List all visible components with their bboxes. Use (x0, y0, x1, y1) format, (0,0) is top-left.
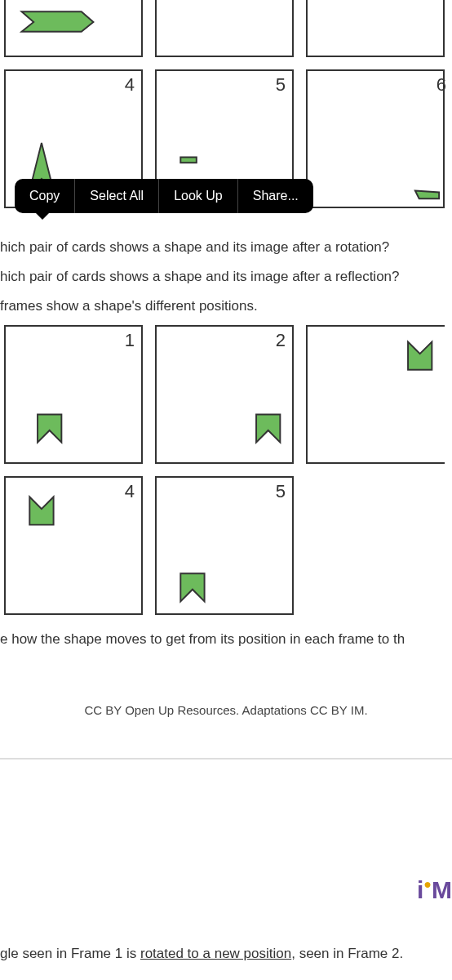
footer-suffix: , seen in Frame 2. (291, 946, 403, 961)
question-rotation: hich pair of cards shows a shape and its… (0, 233, 452, 262)
select-all-menu-item[interactable]: Select All (75, 179, 159, 213)
copy-menu-item[interactable]: Copy (15, 179, 75, 213)
frame-row-2: 4 5 (0, 476, 452, 615)
frame-card-5: 5 (155, 476, 294, 615)
card-number: 1 (125, 330, 135, 351)
context-menu: Copy Select All Look Up Share... (15, 179, 313, 213)
frame-card-1: 1 (4, 325, 143, 464)
card-number: 5 (276, 481, 286, 502)
question-reflection: hich pair of cards shows a shape and its… (0, 262, 452, 292)
footer-prefix: gle seen in Frame 1 is (0, 946, 140, 961)
logo-m: M (432, 876, 452, 903)
frame-card-2: 2 (155, 325, 294, 464)
after-frames-text: e how the shape moves to get from its po… (0, 625, 452, 654)
attribution-text: CC BY Open Up Resources. Adaptations CC … (0, 703, 452, 717)
shape-icon (180, 157, 197, 163)
shape-m-icon (256, 415, 280, 443)
card-number: 5 (276, 74, 286, 96)
shape-m-icon (180, 574, 204, 602)
im-logo: i●M (417, 876, 452, 904)
footer-text: gle seen in Frame 1 is rotated to a new … (0, 946, 403, 962)
card (155, 0, 294, 57)
shape-icon (22, 11, 94, 31)
shape-m-icon (408, 342, 432, 370)
shape-m-icon (38, 415, 61, 443)
footer-underlined: rotated to a new position (140, 946, 291, 961)
card-number: 2 (276, 330, 286, 351)
shape-m-icon (29, 497, 53, 525)
card-number: 4 (125, 481, 135, 502)
card-number: 6 (436, 74, 446, 96)
card-number: 4 (125, 74, 135, 96)
frame-card-4: 4 (4, 476, 143, 615)
frame-card-3 (306, 325, 445, 464)
frame-card-6 (306, 476, 445, 615)
share-menu-item[interactable]: Share... (238, 179, 313, 213)
shape-icon (415, 190, 439, 198)
card-row-top-1 (0, 0, 452, 57)
divider (0, 758, 452, 760)
frame-row-1: 1 2 (0, 325, 452, 464)
card (306, 0, 445, 57)
frames-intro: frames show a shape's different position… (0, 292, 452, 321)
look-up-menu-item[interactable]: Look Up (159, 179, 238, 213)
card-6: 6 (306, 69, 445, 208)
card (4, 0, 143, 57)
logo-dot-icon: ● (423, 877, 432, 891)
